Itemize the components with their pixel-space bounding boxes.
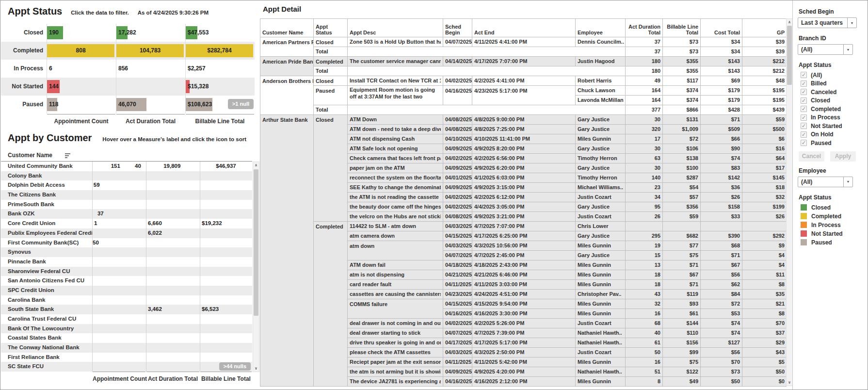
cell-sched-begin[interactable]: 04/09/2025 bbox=[443, 144, 472, 154]
cell-employee[interactable]: Miles Gunnin bbox=[576, 358, 626, 367]
cell-gp[interactable]: $70 bbox=[742, 319, 787, 328]
table-row[interactable]: American Pride BankCompletedThe customer… bbox=[260, 57, 787, 66]
scrollbar-thumb[interactable] bbox=[787, 26, 792, 85]
apply-button[interactable]: Apply bbox=[830, 151, 856, 162]
customer-row[interactable]: Sharonview Federal CU bbox=[1, 267, 252, 276]
checkbox-row-in-process[interactable]: ✓In Process bbox=[801, 114, 866, 122]
customer-row[interactable]: Pinnacle Bank bbox=[1, 257, 252, 267]
checkbox-checked-icon[interactable]: ✓ bbox=[801, 81, 807, 87]
cell-act-duration[interactable]: 37 bbox=[626, 47, 663, 57]
customer-bar-cell[interactable] bbox=[92, 247, 146, 257]
cell-desc[interactable]: ATM Safe lock not opening bbox=[348, 144, 443, 154]
cell-gp[interactable]: $32 bbox=[742, 193, 787, 202]
cell-cost[interactable]: $74 bbox=[701, 319, 742, 328]
checkbox-row-closed[interactable]: ✓Closed bbox=[801, 97, 866, 105]
customer-row[interactable]: Core Credit Union16,660$19,232 bbox=[1, 219, 252, 228]
cell-sched-begin[interactable]: 04/03/2025 bbox=[443, 241, 472, 251]
cell-gp[interactable]: $59 bbox=[742, 115, 787, 125]
cell-act-duration[interactable]: 8 bbox=[626, 377, 663, 387]
cell-sched-begin[interactable]: 04/08/2025 bbox=[443, 212, 472, 222]
employee-dropdown[interactable]: (All) ▼ bbox=[798, 177, 853, 187]
cell-act-end[interactable]: 4/21/2025 6:46:00 PM bbox=[472, 270, 576, 280]
cell-act-duration[interactable]: 51 bbox=[626, 367, 663, 377]
cell-cost[interactable]: $68 bbox=[701, 241, 742, 251]
cell-gp[interactable]: $212 bbox=[742, 66, 787, 76]
status-bar-cell[interactable]: $282,784 bbox=[185, 42, 255, 60]
customer-bar-cell[interactable] bbox=[200, 353, 252, 362]
cell-gp[interactable] bbox=[742, 222, 787, 231]
cell-act-duration[interactable]: 17 bbox=[626, 134, 663, 144]
cell-act-duration[interactable]: 43 bbox=[626, 290, 663, 299]
customer-bar-cell[interactable] bbox=[200, 343, 252, 353]
cell-employee[interactable]: Lavonda McMillan bbox=[576, 96, 626, 105]
cell-gp[interactable]: $5 bbox=[742, 358, 787, 367]
customer-bar-cell[interactable]: 19,809 bbox=[146, 162, 200, 171]
customer-bar-cell[interactable]: 50 bbox=[92, 238, 146, 248]
cell-employee[interactable]: Nathaniel Hawth.. bbox=[576, 328, 626, 338]
cell-sched-begin[interactable]: 04/11/2025 bbox=[443, 358, 472, 367]
cell-act-end[interactable]: 4/3/2025 2:50:00 PM bbox=[472, 348, 576, 358]
cell-act-end[interactable]: 4/7/2025 2:45:00 PM bbox=[472, 251, 576, 260]
cell-desc[interactable]: Equipment Room motion is going off at 3:… bbox=[348, 86, 443, 105]
checkbox-checked-icon[interactable]: ✓ bbox=[801, 131, 807, 138]
cell-act-end[interactable]: 4/2/2025 4:41:00 PM bbox=[472, 76, 576, 86]
cell-gp[interactable]: $500 bbox=[742, 125, 787, 134]
cell-act-end[interactable]: 4/15/2025 9:54:00 PM bbox=[472, 299, 576, 309]
cell-gp[interactable]: $48 bbox=[742, 76, 787, 86]
cell-employee[interactable]: Miles Gunnin bbox=[576, 241, 626, 251]
cell-act-duration[interactable]: 15 bbox=[626, 251, 663, 260]
status-bar-cell[interactable]: 46,070 bbox=[116, 96, 185, 114]
cell-cost[interactable]: $50 bbox=[701, 377, 742, 387]
cell-gp[interactable]: $6 bbox=[742, 134, 787, 144]
cell-employee[interactable]: Nathaniel Hawth.. bbox=[576, 338, 626, 348]
null-indicator-badge[interactable]: >44 nulls bbox=[219, 362, 251, 371]
cell-status[interactable]: Closed bbox=[314, 115, 348, 222]
cell-gp[interactable]: $50 bbox=[742, 367, 787, 377]
cell-sched-begin[interactable]: 04/08/2025 bbox=[443, 115, 472, 125]
cell-sched-begin[interactable]: 04/02/2025 bbox=[443, 193, 472, 202]
cell-cost[interactable]: $71 bbox=[701, 115, 742, 125]
cell-sched-begin[interactable]: 04/02/2025 bbox=[443, 202, 472, 212]
cell-gp[interactable]: $17 bbox=[742, 163, 787, 173]
customer-bar-cell[interactable]: 3,462 bbox=[146, 305, 200, 314]
cell-billable[interactable]: $144 bbox=[663, 319, 701, 328]
cell-employee[interactable]: Nathaniel Hawth.. bbox=[576, 367, 626, 377]
branch-id-dropdown[interactable]: (All) ▼ bbox=[798, 44, 853, 55]
cell-employee[interactable]: Miles Gunnin bbox=[576, 377, 626, 387]
status-bar-cell[interactable]: 17,282 bbox=[116, 24, 185, 42]
cell-employee[interactable]: Miles Gunnin bbox=[576, 260, 626, 270]
customer-bar-cell[interactable] bbox=[200, 314, 252, 324]
cell-desc[interactable]: Check camera that faces left front parki… bbox=[348, 154, 443, 163]
cell-cost[interactable]: $53 bbox=[701, 309, 742, 319]
cell-desc[interactable]: Install TCR Contact on New TCR at 11:30A… bbox=[348, 76, 443, 86]
checkbox-checked-icon[interactable]: ✓ bbox=[801, 106, 807, 112]
customer-row[interactable]: SPC Credit Union bbox=[1, 286, 252, 295]
customer-bar-cell[interactable] bbox=[92, 200, 146, 210]
customer-bar-cell[interactable] bbox=[146, 333, 200, 343]
cell-act-duration[interactable]: 180 bbox=[626, 66, 663, 76]
cell-desc[interactable]: Reciept paper jam at the exit sensor bbox=[348, 358, 443, 367]
cell-gp[interactable]: $64 bbox=[742, 154, 787, 163]
cell-act-end[interactable]: 4/3/2025 10:56:00 PM bbox=[472, 241, 576, 251]
cell-customer[interactable]: Anderson Brothers Bank bbox=[260, 76, 314, 115]
cell-sched-begin[interactable]: 04/08/2025 bbox=[443, 125, 472, 134]
cell-act-end[interactable]: 4/1/2025 6:03:00 PM bbox=[472, 173, 576, 183]
cell-gp[interactable]: $292 bbox=[742, 231, 787, 241]
cell-employee[interactable]: Miles Gunnin bbox=[576, 299, 626, 309]
scroll-down-icon[interactable]: ∨ bbox=[253, 366, 259, 371]
cell-gp[interactable]: $195 bbox=[742, 96, 787, 105]
cell-act-duration[interactable]: 180 bbox=[626, 57, 663, 66]
cell-billable[interactable]: $71 bbox=[663, 260, 701, 270]
cell-gp[interactable]: $9 bbox=[742, 241, 787, 251]
cell-cost[interactable]: $84 bbox=[701, 290, 742, 299]
cell-billable[interactable]: $355 bbox=[663, 57, 701, 66]
cell-act-duration[interactable]: 34 bbox=[626, 193, 663, 202]
cell-billable[interactable]: $682 bbox=[663, 231, 701, 241]
customer-bar-cell[interactable] bbox=[92, 343, 146, 353]
customer-row[interactable]: Carolina Bank bbox=[1, 295, 252, 305]
cell-cost[interactable]: $33 bbox=[701, 212, 742, 222]
customer-bar-cell[interactable] bbox=[92, 295, 146, 305]
cell-cost[interactable]: $143 bbox=[701, 66, 742, 76]
measure-label-billable-line-total[interactable]: Billable Line Total bbox=[186, 114, 254, 125]
cell-desc[interactable]: drive thru speaker is going in and out bbox=[348, 338, 443, 348]
